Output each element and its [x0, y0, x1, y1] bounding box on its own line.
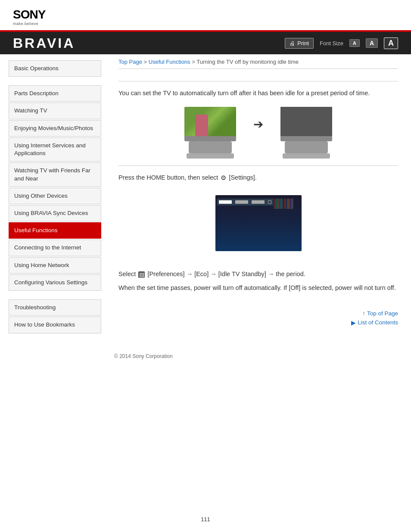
ts-thumb-6 [280, 199, 281, 209]
ts-thumb-5 [279, 199, 280, 209]
ts-tab-2 [252, 200, 265, 204]
ts-thumb-12 [289, 199, 289, 209]
ts-row-2 [280, 199, 286, 221]
prefs-icon: ▤ [138, 271, 145, 278]
sidebar-item-using-internet[interactable]: Using Internet Services and Applications [9, 137, 101, 162]
ts-thumb-4 [278, 199, 278, 209]
font-small-button[interactable]: A [349, 39, 360, 47]
print-icon: 🖨 [290, 40, 295, 47]
page-number: 111 [0, 516, 411, 523]
sidebar-item-enjoying-movies[interactable]: Enjoying Movies/Music/Photos [9, 120, 101, 137]
tv-stand-base [189, 141, 232, 153]
ts-thumb-15 [293, 199, 293, 209]
sidebar-item-how-to-use-bookmarks[interactable]: How to Use Bookmarks [9, 317, 101, 333]
ts-thumb-9 [284, 199, 285, 209]
tv-off-container [280, 107, 332, 153]
tv-off-screen [280, 107, 332, 136]
tv-on-container [184, 107, 236, 153]
list-of-contents-label: List of Contents [358, 319, 398, 326]
ts-corner-icon [268, 200, 271, 204]
ts-thumb-8 [283, 199, 283, 209]
tv-illustration: ➔ [118, 107, 398, 153]
tv-off [280, 107, 332, 141]
content-area: Top Page > Useful Functions > Turning th… [106, 54, 411, 340]
page-title-area [118, 68, 398, 81]
breadcrumb: Top Page > Useful Functions > Turning th… [118, 54, 398, 68]
step1-text: Press the HOME button, then select ⚙ [Se… [118, 173, 398, 183]
tv-off-stand-base [285, 141, 328, 153]
tv-on-figure [195, 115, 208, 136]
copyright: © 2014 Sony Corporation [114, 353, 173, 359]
sidebar-item-watching-tv-friends[interactable]: Watching TV with Friends Far and Near [9, 162, 101, 187]
ts-thumb-1 [274, 199, 274, 209]
ts-thumb-7 [282, 199, 282, 209]
sidebar-item-connecting-internet[interactable]: Connecting to the Internet [9, 240, 101, 256]
step1-text-before: Press the HOME button, then select [118, 174, 220, 181]
settings-icon: ⚙ [221, 174, 226, 181]
breadcrumb-current: Turning the TV off by monitoring idle ti… [196, 59, 299, 65]
sony-tagline: make.believe [13, 22, 38, 26]
font-size-label: Font Size [320, 40, 343, 47]
transition-arrow: ➔ [253, 117, 263, 131]
list-of-contents-arrow [351, 319, 356, 326]
sidebar-item-using-home-network[interactable]: Using Home Network [9, 257, 101, 274]
sidebar-item-parts-description[interactable]: Parts Description [9, 85, 101, 102]
ts-thumb-10 [286, 199, 286, 209]
sony-logo: SONY make.believe [13, 8, 398, 26]
top-of-page-link[interactable]: Top of Page [362, 310, 398, 317]
ts-row-1 [274, 199, 280, 221]
sidebar: Basic Operations Parts Description Watch… [0, 54, 106, 340]
top-header: SONY make.believe [0, 0, 411, 30]
banner-tools: 🖨 Print Font Size A A A [285, 37, 398, 49]
ts-tab-active [219, 200, 232, 204]
tv-on-screen [184, 107, 236, 136]
step2-text-before: Select [118, 271, 137, 277]
top-of-page-arrow [362, 310, 365, 317]
title-divider [118, 81, 398, 81]
main-layout: Basic Operations Parts Description Watch… [0, 54, 411, 340]
print-button[interactable]: 🖨 Print [285, 38, 314, 49]
sidebar-item-using-other-devices[interactable]: Using Other Devices [9, 188, 101, 204]
breadcrumb-top-page[interactable]: Top Page [118, 59, 142, 65]
page-footer: © 2014 Sony Corporation [0, 349, 411, 364]
sidebar-item-basic-operations[interactable]: Basic Operations [9, 60, 101, 77]
font-large-button[interactable]: A [384, 37, 398, 49]
ts-thumb-14 [291, 199, 292, 209]
sidebar-item-useful-functions[interactable]: Useful Functions [9, 222, 101, 239]
breadcrumb-useful-functions[interactable]: Useful Functions [149, 59, 190, 65]
ts-topbar [217, 199, 273, 205]
sidebar-item-configuring-settings[interactable]: Configuring Various Settings [9, 274, 101, 291]
step2-text-middle: [Preferences] → [Eco] → [Idle TV Standby… [147, 271, 305, 277]
sidebar-item-using-bravia-sync[interactable]: Using BRAVIA Sync Devices [9, 205, 101, 221]
bottom-nav: Top of Page List of Contents [118, 306, 398, 326]
tv-on [184, 107, 236, 141]
ts-row-3 [287, 199, 293, 221]
tv-screenshot-inner [215, 195, 302, 251]
step3-text: When the set time passes, power will tur… [118, 283, 398, 293]
section-divider-1 [118, 165, 398, 166]
step1-text-after: [Settings]. [229, 174, 256, 181]
list-of-contents-link[interactable]: List of Contents [351, 319, 398, 326]
ts-thumb-2 [275, 199, 276, 209]
ts-thumb-3 [277, 199, 277, 209]
ts-thumb-11 [287, 199, 288, 209]
sidebar-group-main: Basic Operations Parts Description Watch… [9, 60, 101, 333]
sony-wordmark: SONY [13, 8, 45, 22]
tv-screenshot [215, 195, 302, 251]
print-label: Print [297, 40, 309, 47]
bravia-banner: BRAVIA 🖨 Print Font Size A A A [0, 30, 411, 54]
sidebar-item-troubleshooting[interactable]: Troubleshooting [9, 299, 101, 316]
ts-thumb-13 [290, 199, 290, 209]
step2-text: Select ▤ [Preferences] → [Eco] → [Idle T… [118, 269, 398, 279]
tv-off-stand [285, 141, 328, 153]
description-text: You can set the TV to automatically turn… [118, 88, 398, 98]
tv-on-stand [189, 141, 232, 153]
sidebar-item-watching-tv[interactable]: Watching TV [9, 103, 101, 119]
font-medium-button[interactable]: A [366, 38, 378, 48]
ts-tab-1 [235, 200, 248, 204]
top-of-page-label: Top of Page [367, 310, 398, 317]
bravia-title: BRAVIA [13, 35, 75, 51]
